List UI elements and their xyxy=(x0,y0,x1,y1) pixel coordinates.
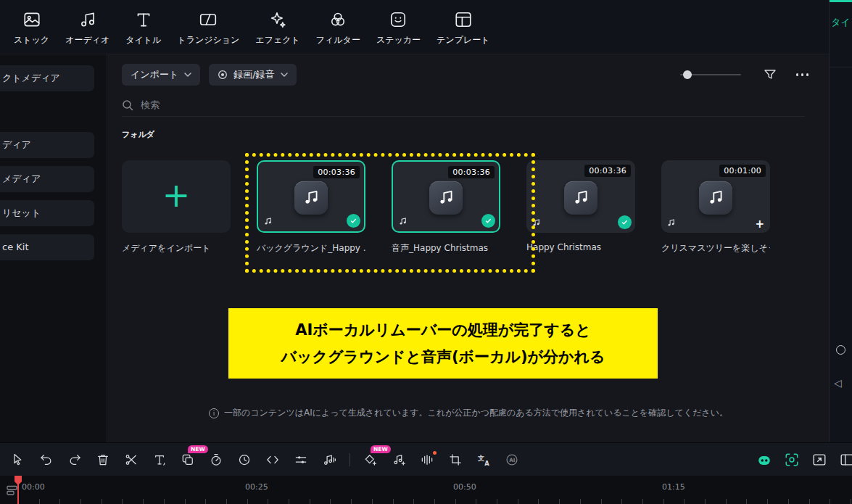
render-preview-button[interactable] xyxy=(265,452,281,468)
tab-audio[interactable]: オーディオ xyxy=(57,9,117,47)
audio-stretch-button[interactable] xyxy=(391,452,407,468)
export-panel-button[interactable] xyxy=(811,452,827,468)
record-dropdown[interactable]: 録画/録音 xyxy=(209,64,296,86)
more-options-button[interactable] xyxy=(796,70,809,79)
timeline-ruler[interactable]: 00:00 00:25 00:50 01:15 xyxy=(0,476,852,504)
svg-text:文: 文 xyxy=(477,453,484,461)
asset-panel-button[interactable] xyxy=(839,452,852,468)
import-media-dropzone[interactable]: + xyxy=(122,160,231,233)
media-thumbnail[interactable]: 00:03:36 xyxy=(526,160,635,233)
filter-button[interactable] xyxy=(763,67,777,82)
crop-button[interactable] xyxy=(447,452,463,468)
smart-cutout-button[interactable] xyxy=(784,452,800,468)
thumbnail-size-slider[interactable] xyxy=(680,70,741,80)
search-bar[interactable] xyxy=(122,94,805,117)
media-title: クリスマスツリーを楽しそう... xyxy=(661,242,770,255)
music-note-plus-icon xyxy=(392,453,406,467)
keyframe-diamond-icon xyxy=(363,453,378,467)
effects-icon xyxy=(268,10,287,29)
select-tool-button[interactable] xyxy=(10,452,26,468)
select-tool-icon xyxy=(11,453,25,467)
media-title: Happy Christmas xyxy=(526,242,635,252)
right-panel-edge: タイ ◁ xyxy=(829,0,852,442)
import-media-card[interactable]: + メディアをインポート xyxy=(122,160,231,255)
slider-knob[interactable] xyxy=(683,70,692,79)
media-card-original[interactable]: 00:03:36 Happy Christmas xyxy=(526,160,635,255)
import-dropdown-label: インポート xyxy=(131,68,178,81)
tab-stock[interactable]: ストック xyxy=(6,9,57,47)
tab-stickers[interactable]: ステッカー xyxy=(368,9,429,47)
audio-tile xyxy=(429,181,463,215)
media-title: 音声_Happy Christmas xyxy=(392,242,500,255)
tab-label: テンプレート xyxy=(437,34,489,46)
export-icon xyxy=(811,452,827,468)
right-panel-tab[interactable]: タイ xyxy=(830,16,852,29)
transitions-icon xyxy=(199,10,218,29)
ai-audio-button[interactable]: AI xyxy=(504,452,520,468)
filter-row: インポート 録画/録音 xyxy=(122,64,808,86)
keyframe-button[interactable]: NEW xyxy=(363,452,379,468)
media-card-background[interactable]: 00:03:36 バックグラウンド_Happy ... xyxy=(257,160,365,255)
duration-button[interactable] xyxy=(236,452,252,468)
add-to-timeline-icon[interactable]: + xyxy=(755,219,764,230)
redo-button[interactable] xyxy=(67,452,83,468)
media-card-video[interactable]: 00:01:00 + クリスマスツリーを楽しそう... xyxy=(661,160,770,255)
undo-button[interactable] xyxy=(38,452,54,468)
playhead[interactable] xyxy=(17,476,19,504)
sidebar-item-voice-kit[interactable]: ce Kit xyxy=(0,234,94,260)
added-check-icon[interactable] xyxy=(481,214,495,228)
sidebar-item-media-2[interactable]: メディア xyxy=(0,166,94,192)
sidebar-item-label: クトメディア xyxy=(2,73,60,83)
tab-label: ストック xyxy=(14,34,49,46)
copy-button[interactable]: NEW xyxy=(180,452,196,468)
section-label: フォルダ xyxy=(122,129,154,140)
quick-text-button[interactable] xyxy=(152,452,167,468)
copy-icon xyxy=(181,453,195,467)
trash-icon xyxy=(96,453,110,467)
speed-ramp-button[interactable] xyxy=(208,452,224,468)
media-thumbnail[interactable]: 00:01:00 + xyxy=(661,160,770,233)
templates-icon xyxy=(454,10,473,29)
search-input[interactable] xyxy=(141,99,805,110)
music-note-icon xyxy=(302,189,320,207)
tab-effects[interactable]: エフェクト xyxy=(247,9,307,47)
audio-type-icon xyxy=(398,217,408,226)
sidebar-item-project-media[interactable]: クトメディア xyxy=(0,65,94,91)
ai-copilot-button[interactable] xyxy=(756,452,772,468)
panel-icon xyxy=(839,452,852,468)
audio-adjust-button[interactable] xyxy=(293,452,309,468)
time-label: 00:00 xyxy=(22,482,45,492)
undo-icon xyxy=(39,453,54,467)
record-indicator-icon[interactable] xyxy=(836,345,845,355)
music-bars-icon xyxy=(322,453,336,467)
top-toolbar: ストック オーディオ タイトル トランジション エフェクト フィルター ステッカ… xyxy=(0,0,829,54)
audio-mixer-button[interactable] xyxy=(321,452,337,468)
media-title: バックグラウンド_Happy ... xyxy=(257,242,365,255)
tab-templates[interactable]: テンプレート xyxy=(429,9,497,47)
new-badge: NEW xyxy=(188,445,208,454)
text-tool-icon xyxy=(152,453,167,467)
tab-titles[interactable]: タイトル xyxy=(117,9,169,47)
tab-transitions[interactable]: トランジション xyxy=(169,9,247,47)
voice-changer-button[interactable] xyxy=(419,452,435,468)
new-badge: NEW xyxy=(371,445,391,454)
split-button[interactable] xyxy=(123,452,139,468)
ai-translate-button[interactable]: 文A xyxy=(476,452,492,468)
stock-icon xyxy=(22,10,41,29)
import-dropdown[interactable]: インポート xyxy=(122,64,200,86)
tab-filters[interactable]: フィルター xyxy=(308,9,368,47)
media-grid: + メディアをインポート 00:03:36 バックグラウンド_Happy ... xyxy=(122,160,770,255)
media-card-vocal[interactable]: 00:03:36 音声_Happy Christmas xyxy=(392,160,500,255)
sidebar-item-media[interactable]: ディア xyxy=(0,132,94,158)
tab-label: タイトル xyxy=(125,34,161,46)
ai-disclaimer: i 一部のコンテンツはAIによって生成されています。これが公正かつ配慮のある方法… xyxy=(108,407,829,419)
collapse-panel-icon[interactable]: ◁ xyxy=(834,378,842,388)
ai-circle-icon: AI xyxy=(505,453,519,467)
audio-type-icon xyxy=(532,218,541,228)
media-thumbnail[interactable]: 00:03:36 xyxy=(257,160,365,233)
delete-button[interactable] xyxy=(95,452,111,468)
added-check-icon[interactable] xyxy=(618,215,632,229)
added-check-icon[interactable] xyxy=(347,214,360,228)
sidebar-item-preset[interactable]: リセット xyxy=(0,200,94,226)
media-thumbnail[interactable]: 00:03:36 xyxy=(392,160,500,233)
